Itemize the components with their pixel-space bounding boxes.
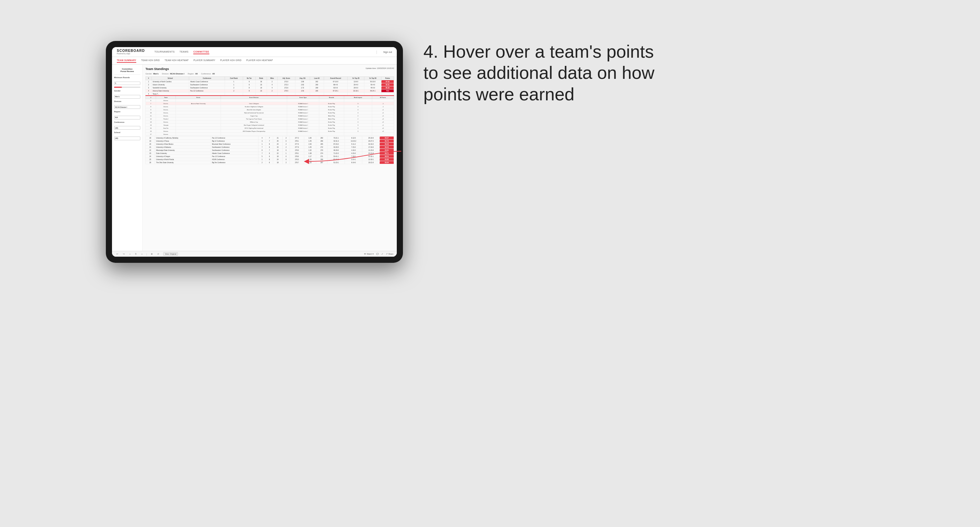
col-low: Low All — [310, 77, 324, 80]
tooltip-row: 7Univers.Arizona State UniversityCabo Co… — [146, 102, 394, 105]
eye-icon: 👁 — [364, 253, 366, 255]
col-conference: Conference — [189, 77, 225, 80]
tooltip-row: 12Florida IThe Cypress Point ClassicNCAA… — [146, 117, 394, 121]
tooltip-row: 13Univers.Williams CupNCAA Division IStr… — [146, 121, 394, 124]
subnav-team-h2h-heatmap[interactable]: TEAM H2H HEATMAP — [165, 59, 188, 63]
filter-division-value: NCAA Division I — [170, 73, 185, 75]
min-rounds-label: Minimum Rounds — [114, 76, 140, 78]
view-button[interactable]: View: Original — [163, 252, 178, 256]
comment-button[interactable]: 💬 — [376, 253, 379, 255]
add-button[interactable]: ⊕ — [150, 252, 154, 255]
toolbar-right: 👁 Watch ▾ 💬 ⤢ ↗ Share — [364, 253, 393, 255]
filter-conference: Conference: All — [201, 73, 215, 75]
expand-button[interactable]: ⤢ — [382, 253, 383, 255]
filter-region-value: All — [195, 73, 198, 75]
col-conf-rank: Conf Rank — [225, 77, 243, 80]
tablet-frame: SCOREBOARD Powered by clippi TOURNAMENTS… — [106, 41, 403, 263]
table-row[interactable]: 25 University of North Florida ASUN Conf… — [146, 158, 394, 161]
conference-label: Conference — [114, 121, 140, 123]
tooltip-row: 15East TarOFCC Fighting Illini Invitatio… — [146, 127, 394, 130]
tooltip-row: 11Univers.Copper CupNCAA Division IMatch… — [146, 114, 394, 117]
region-label: Region — [114, 111, 140, 113]
nav-committee[interactable]: COMMITTEE — [193, 50, 209, 54]
region-select[interactable]: N/A — [114, 116, 140, 119]
nav-bar: SCOREBOARD Powered by clippi TOURNAMENTS… — [112, 47, 397, 57]
subnav-team-h2h-grid[interactable]: TEAM H2H GRID — [141, 59, 160, 63]
redo-button[interactable]: ↪ — [122, 252, 126, 255]
app-logo: SCOREBOARD — [117, 49, 145, 52]
report-header: Team Standings Update time: 13/03/2024 1… — [145, 67, 394, 71]
toolbar-sep-1: | — [146, 252, 147, 256]
tooltip-row: 14GeorgiaBen Hogan Collegiate Invitation… — [146, 124, 394, 127]
table-row[interactable]: 23 Duke University Atlantic Coast Confer… — [146, 152, 394, 155]
col-rnds: Rnds — [256, 77, 267, 80]
chevron-down-icon: ▾ — [372, 253, 374, 255]
table-row[interactable]: 21 University of Alabama Southeastern Co… — [146, 146, 394, 149]
report-title: Team Standings — [145, 67, 169, 71]
undo-button[interactable]: ↩ — [115, 252, 119, 255]
filter-conference-value: All — [212, 73, 215, 75]
nav-separator: | — [376, 50, 377, 54]
table-row[interactable]: 26 The Ohio State University Big Ten Con… — [146, 161, 394, 164]
sidebar: CommitteePortal Review Minimum Rounds Ge… — [112, 65, 143, 251]
min-rounds-input[interactable] — [114, 82, 140, 85]
sidebar-divider-1 — [114, 75, 140, 75]
col-avg-sg: Avg. SG — [295, 77, 310, 80]
table-row[interactable]: 24 University of Oregon Pac-12 Conferenc… — [146, 155, 394, 158]
table-row[interactable]: 3 Vanderbilt University Southeastern Con… — [146, 86, 394, 89]
timer-button[interactable]: ⏱ — [156, 252, 161, 255]
sign-out-link[interactable]: Sign out — [383, 51, 392, 53]
min-rounds-slider[interactable] — [114, 87, 140, 88]
gender-label: Gender — [114, 90, 140, 92]
nav-tournaments[interactable]: TOURNAMENTS — [154, 50, 175, 54]
share-icon: ↗ — [386, 253, 388, 255]
paste-button[interactable]: + — [140, 252, 143, 255]
table-row[interactable]: 1 University of North Carolina Atlantic … — [146, 80, 394, 83]
main-content: CommitteePortal Review Minimum Rounds Ge… — [112, 65, 397, 251]
tooltip-row: 8Univers.Southern Highlands CollegiateNC… — [146, 105, 394, 108]
sidebar-title: CommitteePortal Review — [114, 68, 140, 73]
filter-region: Region: All — [188, 73, 198, 75]
filter-gender-value: Men's — [153, 73, 158, 75]
col-wins: Wins — [267, 77, 277, 80]
col-adj-score: Adj. Score — [277, 77, 295, 80]
conference-select[interactable]: (All) — [114, 126, 140, 130]
subnav-player-h2h-heatmap[interactable]: PLAYER H2H HEATMAP — [246, 59, 273, 63]
watch-button[interactable]: 👁 Watch ▾ — [364, 253, 374, 255]
subnav-team-summary[interactable]: TEAM SUMMARY — [117, 59, 136, 63]
table-row[interactable]: 20 University of New Mexico Mountain Wes… — [146, 143, 394, 146]
col-vs-top50: Vs Top 50 — [364, 77, 382, 80]
division-select[interactable]: NCAA Division I — [114, 105, 140, 109]
tooltip-row: 10Univers.National Invitational Tourname… — [146, 111, 394, 114]
table-row[interactable]: 18 University of California, Berkeley Pa… — [146, 137, 394, 140]
gender-select[interactable]: Men's — [114, 95, 140, 98]
col-rank: # — [146, 77, 152, 80]
filters-row: Gender: Men's Division: NCAA Division I … — [145, 73, 394, 75]
table-row[interactable]: 2 Auburn University Southeastern Confere… — [146, 83, 394, 86]
share-label: Share — [388, 253, 393, 255]
report-meta: Update time: 13/03/2024 10:03:42 — [366, 67, 394, 69]
subnav-player-h2h-grid[interactable]: PLAYER H2H GRID — [220, 59, 242, 63]
filter-region-label: Region: — [188, 73, 194, 75]
nav-teams[interactable]: TEAMS — [180, 50, 189, 54]
tooltip-row: 9Univers.Amer An IntercollegiateNCAA Div… — [146, 108, 394, 111]
table-row[interactable]: 19 University of Texas Big 12 Conference… — [146, 140, 394, 143]
tablet-screen: SCOREBOARD Powered by clippi TOURNAMENTS… — [112, 47, 397, 257]
team-standings-table: # School Conference Conf Rank No Tur Rnd… — [145, 76, 394, 95]
lower-teams-table: 18 University of California, Berkeley Pa… — [145, 136, 394, 164]
col-overall: Overall Record — [324, 77, 347, 80]
filter-division: Division: NCAA Division I — [162, 73, 184, 75]
share-button[interactable]: ↗ Share — [386, 253, 393, 255]
table-row-highlighted[interactable]: 4 Arizona State University Pac-12 Confer… — [146, 89, 394, 92]
filter-gender: Gender: Men's — [145, 73, 158, 75]
subnav-player-summary[interactable]: PLAYER SUMMARY — [193, 59, 215, 63]
tooltip-row: 6Univers. — [146, 99, 394, 102]
col-no-tur: No Tur — [243, 77, 256, 80]
table-row[interactable]: 22 Mississippi State University Southeas… — [146, 149, 394, 152]
school-select[interactable]: (All) — [114, 137, 140, 140]
copy-button[interactable]: ⎘ — [134, 252, 138, 255]
home-button[interactable]: ⌂ — [128, 252, 132, 255]
sub-nav: TEAM SUMMARY TEAM H2H GRID TEAM H2H HEAT… — [112, 57, 397, 65]
watch-label: Watch — [367, 253, 372, 255]
filter-conference-label: Conference: — [201, 73, 212, 75]
